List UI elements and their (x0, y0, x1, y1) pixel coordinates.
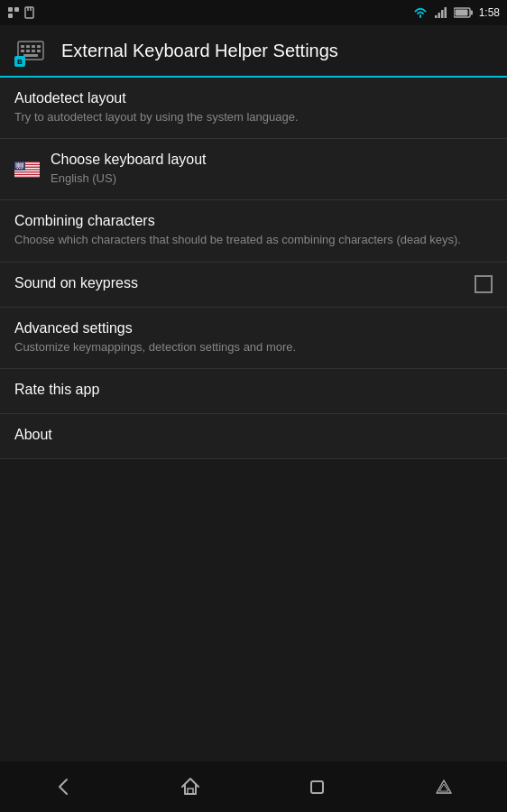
setting-advanced[interactable]: Advanced settings Customize keymappings,… (0, 308, 507, 369)
svg-point-51 (22, 168, 23, 169)
svg-rect-15 (26, 45, 30, 48)
svg-rect-18 (21, 50, 24, 52)
svg-rect-21 (37, 50, 41, 52)
home-icon (178, 774, 203, 799)
setting-advanced-title: Advanced settings (14, 320, 493, 337)
svg-point-46 (17, 165, 18, 166)
setting-sound[interactable]: Sound on keypress (0, 263, 507, 308)
recents-button[interactable] (291, 761, 342, 812)
svg-rect-2 (8, 14, 13, 18)
svg-point-40 (18, 166, 19, 167)
settings-list: Autodetect layout Try to autodetect layo… (0, 78, 507, 459)
setting-about-title: About (14, 427, 493, 443)
setting-keyboard-layout-subtitle: English (US) (51, 171, 207, 187)
setting-rate-title: Rate this app (14, 382, 493, 398)
svg-rect-20 (32, 50, 35, 52)
svg-rect-11 (470, 11, 473, 15)
svg-rect-19 (26, 50, 30, 52)
svg-rect-8 (441, 10, 444, 18)
app-bar-title: External Keyboard Helper Settings (61, 41, 338, 61)
setting-autodetect-title: Autodetect layout (14, 90, 493, 106)
svg-point-41 (20, 166, 21, 167)
svg-rect-9 (444, 7, 447, 18)
bluetooth-badge: B (14, 56, 25, 67)
wifi-icon (412, 6, 429, 19)
svg-rect-16 (32, 45, 35, 48)
recents-icon (304, 774, 329, 799)
svg-rect-53 (311, 781, 323, 793)
svg-rect-1 (14, 7, 19, 12)
svg-point-33 (20, 162, 21, 163)
svg-rect-14 (21, 45, 24, 48)
svg-point-43 (17, 163, 18, 164)
setting-rate[interactable]: Rate this app (0, 369, 507, 414)
back-icon (51, 774, 76, 799)
svg-point-39 (15, 166, 16, 167)
app-bar-icon: B (14, 34, 47, 67)
time-label: 1:58 (479, 6, 500, 19)
svg-rect-28 (14, 172, 40, 173)
svg-point-49 (17, 168, 18, 169)
svg-rect-29 (14, 175, 40, 176)
us-flag-icon (14, 161, 40, 178)
home-button[interactable] (165, 761, 216, 812)
signal-icon (434, 6, 448, 19)
menu-button[interactable] (419, 761, 469, 812)
menu-icon (431, 774, 456, 799)
setting-autodetect[interactable]: Autodetect layout Try to autodetect layo… (0, 78, 507, 139)
sd-icon (23, 6, 36, 19)
svg-rect-17 (37, 45, 41, 48)
svg-point-34 (23, 162, 23, 163)
svg-rect-6 (435, 15, 438, 18)
setting-about[interactable]: About (0, 414, 507, 459)
status-bar: 1:58 (0, 0, 507, 25)
battery-icon (454, 7, 474, 18)
setting-autodetect-subtitle: Try to autodetect layout by using the sy… (14, 109, 493, 125)
setting-combining[interactable]: Combining characters Choose which charac… (0, 200, 507, 262)
setting-sound-title: Sound on keypress (14, 275, 475, 291)
svg-point-47 (19, 165, 20, 166)
bottom-nav (0, 761, 507, 812)
svg-point-37 (20, 164, 21, 165)
setting-combining-subtitle: Choose which characters that should be t… (14, 232, 493, 248)
svg-rect-3 (25, 7, 33, 18)
setting-combining-title: Combining characters (14, 213, 493, 229)
app-bar: B External Keyboard Helper Settings (0, 25, 507, 78)
notification-icon (7, 6, 20, 19)
svg-rect-12 (455, 10, 467, 16)
setting-keyboard-layout-title: Choose keyboard layout (51, 152, 207, 168)
svg-point-42 (23, 166, 23, 167)
svg-point-48 (22, 165, 23, 166)
status-bar-right: 1:58 (412, 6, 500, 19)
svg-rect-7 (438, 13, 440, 18)
svg-point-31 (15, 162, 16, 163)
setting-advanced-subtitle: Customize keymappings, detection setting… (14, 339, 493, 355)
svg-point-44 (19, 163, 20, 164)
svg-point-50 (19, 168, 20, 169)
back-button[interactable] (38, 761, 88, 812)
svg-rect-27 (14, 170, 40, 171)
setting-keyboard-layout[interactable]: Choose keyboard layout English (US) (0, 139, 507, 200)
svg-point-38 (23, 164, 23, 165)
svg-point-32 (18, 162, 19, 163)
status-bar-left (7, 6, 36, 19)
sound-checkbox[interactable] (475, 275, 493, 293)
svg-point-35 (15, 164, 16, 165)
svg-rect-0 (8, 7, 13, 12)
svg-point-45 (22, 163, 23, 164)
svg-point-36 (18, 164, 19, 165)
svg-rect-22 (23, 54, 38, 57)
